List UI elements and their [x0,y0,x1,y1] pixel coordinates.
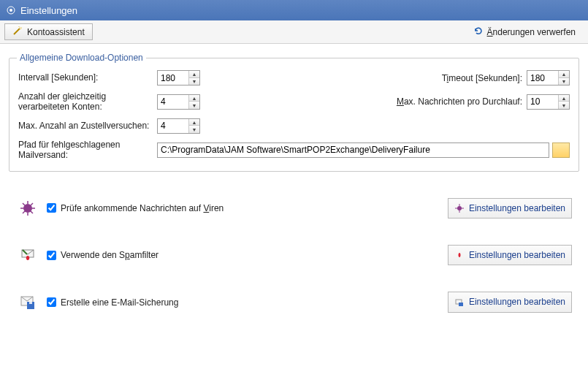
maxdeliv-stepper[interactable]: ▲▼ [157,118,200,134]
spam-mini-icon [454,250,465,260]
svg-rect-19 [29,302,32,304]
maxmsg-up[interactable]: ▲ [559,95,569,102]
backup-check-label[interactable]: Erstelle eine E-Mail-Sicherung [47,297,178,308]
content: Allgemeine Download-Optionen Intervall [… [0,44,588,319]
accounts-label: Anzahl der gleichzeitig verarbeiteten Ko… [18,91,157,113]
group-legend: Allgemeine Download-Optionen [17,53,146,63]
spam-settings-button[interactable]: Einstellungen bearbeiten [448,245,572,265]
discard-changes-label: Änderungen verwerfen [487,27,576,37]
maxdeliv-down[interactable]: ▼ [189,126,199,132]
path-label: Pfad für fehlgeschlagenen Mailversand: [18,140,157,161]
virus-mini-icon [454,203,465,213]
maxmsg-down[interactable]: ▼ [559,102,569,108]
backup-checkbox[interactable] [47,297,56,307]
backup-settings-link: Einstellungen bearbeiten [469,297,565,307]
interval-up[interactable]: ▲ [189,71,199,78]
titlebar: Einstellungen [0,0,588,20]
toolbar: Kontoassistent Änderungen verwerfen [0,20,588,44]
interval-input[interactable] [158,71,188,85]
svg-line-9 [31,203,33,205]
backup-mini-icon [454,297,465,308]
accounts-input[interactable] [158,95,188,109]
window-title: Einstellungen [20,5,77,16]
maxdeliv-up[interactable]: ▲ [189,119,199,126]
maxmsg-label: Max. Nachrichten pro Durchlauf: [376,96,522,107]
maxdeliv-input[interactable] [158,119,188,133]
svg-rect-21 [459,303,463,306]
svg-line-10 [23,211,25,213]
maxmsg-stepper[interactable]: ▲▼ [527,94,570,110]
maxmsg-input[interactable] [527,95,558,109]
timeout-stepper[interactable]: ▲▼ [527,70,570,86]
discard-changes-button[interactable]: Änderungen verwerfen [465,23,584,40]
svg-point-1 [9,9,12,12]
account-wizard-button[interactable]: Kontoassistent [4,23,93,40]
failure-path-input[interactable] [157,142,549,158]
app-icon [6,5,16,15]
download-options-group: Allgemeine Download-Optionen Intervall [… [9,53,579,172]
svg-line-7 [23,203,25,205]
interval-stepper[interactable]: ▲▼ [157,70,200,86]
wand-icon [12,26,23,38]
spam-checkbox[interactable] [47,251,56,260]
virus-settings-button[interactable]: Einstellungen bearbeiten [448,198,572,218]
timeout-input[interactable] [527,71,558,85]
spam-check-label[interactable]: Verwende den Spamfilter [47,250,159,260]
interval-label: Intervall [Sekunden]: [18,72,157,83]
browse-folder-button[interactable] [552,142,570,158]
backup-settings-button[interactable]: Einstellungen bearbeiten [448,292,572,312]
svg-line-8 [31,211,33,213]
backup-icon [19,294,37,311]
accounts-down[interactable]: ▼ [189,102,199,108]
timeout-up[interactable]: ▲ [559,71,569,78]
spam-settings-link: Einstellungen bearbeiten [469,250,565,260]
virus-settings-link: Einstellungen bearbeiten [469,203,565,213]
virus-row: Prüfe ankommende Nachrichten auf Viren E… [9,198,579,218]
virus-checkbox[interactable] [47,203,56,213]
accounts-stepper[interactable]: ▲▼ [157,94,200,110]
spam-icon [19,246,37,264]
spam-row: Verwende den Spamfilter Einstellungen be… [9,245,579,265]
svg-point-11 [457,206,462,210]
maxdeliv-label: Max. Anzahl an Zustellversuchen: [18,121,157,131]
undo-icon [473,26,483,38]
account-wizard-label: Kontoassistent [27,27,85,37]
timeout-down[interactable]: ▼ [559,78,569,85]
accounts-up[interactable]: ▲ [189,95,199,102]
interval-down[interactable]: ▼ [189,78,199,85]
virus-check-label[interactable]: Prüfe ankommende Nachrichten auf Viren [47,203,224,213]
timeout-label: Timeout [Sekunden]: [376,73,522,83]
backup-row: Erstelle eine E-Mail-Sicherung Einstellu… [9,292,579,312]
virus-icon [19,200,37,217]
